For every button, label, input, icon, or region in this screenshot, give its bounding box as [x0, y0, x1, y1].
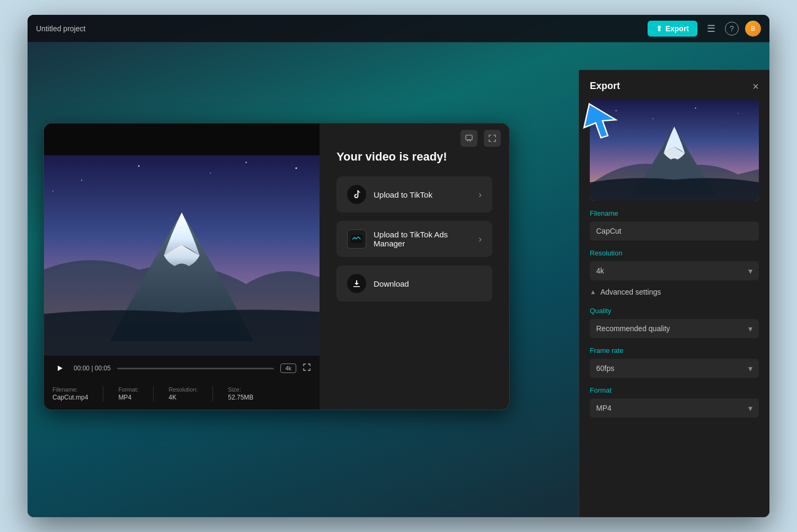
meta-divider-2 — [153, 386, 154, 401]
format-field-label: Format — [590, 386, 759, 394]
video-controls: 00:00 | 00:05 4k — [44, 356, 320, 381]
quality-field-group: Quality Recommended quality High quality… — [579, 298, 769, 338]
video-player-section: 00:00 | 00:05 4k — [44, 123, 320, 410]
fullscreen-modal-icon[interactable] — [484, 130, 501, 147]
resolution-field-label: Resolution — [590, 249, 759, 257]
svg-point-14 — [695, 108, 696, 109]
format-field-group: Format MP4 MOV AVI — [579, 378, 769, 418]
header-actions: ⬆ Export ☰ ? B — [648, 21, 761, 37]
framerate-select-wrap: 60fps 30fps 24fps — [590, 359, 759, 378]
export-panel-header: Export × — [579, 70, 769, 100]
progress-bar[interactable] — [117, 368, 274, 369]
close-button[interactable]: × — [752, 81, 759, 92]
export-button[interactable]: ⬆ Export — [648, 21, 697, 37]
tiktok-ads-icon — [347, 229, 366, 249]
tiktok-label: Upload to TikTok — [374, 190, 432, 199]
meta-resolution-group: Resolution: 4K — [169, 386, 198, 401]
tiktok-icon — [347, 185, 366, 204]
format-select-wrap: MP4 MOV AVI — [590, 398, 759, 418]
svg-point-12 — [616, 110, 617, 111]
meta-filename-group: Filename: CapCut.mp4 — [52, 386, 88, 401]
filename-label: Filename: — [52, 386, 88, 393]
download-label: Download — [374, 279, 409, 288]
svg-point-4 — [138, 165, 140, 167]
resolution-select[interactable]: 4k 1080p 720p 480p — [590, 261, 759, 280]
resolution-select-wrap: 4k 1080p 720p 480p — [590, 261, 759, 280]
tiktok-chevron: › — [479, 189, 482, 200]
svg-point-7 — [52, 190, 54, 191]
play-button[interactable] — [52, 361, 67, 376]
framerate-select[interactable]: 60fps 30fps 24fps — [590, 359, 759, 378]
resolution-label: Resolution: — [169, 386, 198, 393]
advanced-settings-label: Advanced settings — [600, 288, 661, 296]
quality-field-label: Quality — [590, 307, 759, 315]
export-preview-thumbnail — [590, 100, 759, 201]
meta-divider-1 — [103, 386, 103, 401]
app-window: Untitled project ⬆ Export ☰ ? B — [28, 15, 769, 517]
fullscreen-button[interactable] — [303, 363, 311, 374]
video-ready-title: Your video is ready! — [336, 150, 492, 164]
upload-tiktok-button[interactable]: Upload to TikTok › — [336, 176, 492, 212]
svg-point-3 — [81, 180, 82, 181]
avatar[interactable]: B — [745, 21, 761, 37]
time-current: 00:00 | 00:05 — [74, 365, 111, 372]
filename-value: CapCut.mp4 — [52, 394, 88, 401]
modal-top-bar — [461, 130, 501, 147]
download-icon — [347, 274, 366, 293]
modal-body: 00:00 | 00:05 4k — [44, 123, 509, 410]
svg-point-15 — [738, 113, 738, 113]
advanced-chevron-icon: ▲ — [590, 288, 596, 296]
size-value: 52.75MB — [228, 394, 253, 401]
export-label: Export — [666, 24, 689, 33]
video-ready-modal: 00:00 | 00:05 4k — [43, 123, 510, 410]
video-top-bar — [44, 123, 320, 155]
filename-input[interactable] — [590, 221, 759, 241]
quality-select-wrap: Recommended quality High quality Standar… — [590, 319, 759, 338]
project-title: Untitled project — [36, 24, 85, 33]
format-select[interactable]: MP4 MOV AVI — [590, 398, 759, 418]
filename-field-label: Filename — [590, 209, 759, 217]
download-button[interactable]: Download — [336, 265, 492, 302]
format-label: Format: — [118, 386, 138, 393]
svg-point-13 — [653, 118, 654, 119]
resolution-value: 4K — [169, 394, 198, 401]
format-value: MP4 — [118, 394, 138, 401]
export-panel-title: Export — [590, 81, 620, 92]
export-panel: Export × — [579, 70, 769, 517]
svg-point-8 — [245, 162, 247, 163]
menu-icon[interactable]: ☰ — [704, 21, 719, 36]
svg-point-5 — [210, 173, 211, 174]
svg-point-6 — [295, 167, 297, 169]
feedback-icon[interactable] — [461, 130, 477, 147]
video-thumbnail — [44, 155, 320, 356]
upload-tiktok-ads-button[interactable]: Upload to TikTok Ads Manager › — [336, 221, 492, 257]
quality-select[interactable]: Recommended quality High quality Standar… — [590, 319, 759, 338]
tiktok-ads-chevron: › — [479, 234, 482, 245]
meta-format-group: Format: MP4 — [118, 386, 138, 401]
resolution-field-group: Resolution 4k 1080p 720p 480p — [579, 241, 769, 280]
meta-divider-3 — [212, 386, 213, 401]
framerate-field-label: Frame rate — [590, 347, 759, 354]
size-label: Size: — [228, 386, 253, 393]
app-header: Untitled project ⬆ Export ☰ ? B — [28, 15, 769, 42]
quality-badge: 4k — [280, 363, 296, 373]
advanced-settings-toggle[interactable]: ▲ Advanced settings — [579, 280, 769, 298]
meta-size-group: Size: 52.75MB — [228, 386, 253, 401]
svg-rect-0 — [466, 135, 472, 140]
filename-field-group: Filename — [579, 201, 769, 241]
export-icon: ⬆ — [656, 24, 662, 33]
framerate-field-group: Frame rate 60fps 30fps 24fps — [579, 338, 769, 378]
video-meta: Filename: CapCut.mp4 Format: MP4 Resolut… — [44, 381, 320, 410]
svg-point-10 — [352, 238, 353, 240]
main-content: 00:00 | 00:05 4k — [28, 70, 769, 517]
actions-section: Your video is ready! Upload to TikTok › — [320, 123, 509, 410]
tiktok-ads-label: Upload to TikTok Ads Manager — [374, 230, 471, 248]
help-icon[interactable]: ? — [725, 22, 739, 36]
